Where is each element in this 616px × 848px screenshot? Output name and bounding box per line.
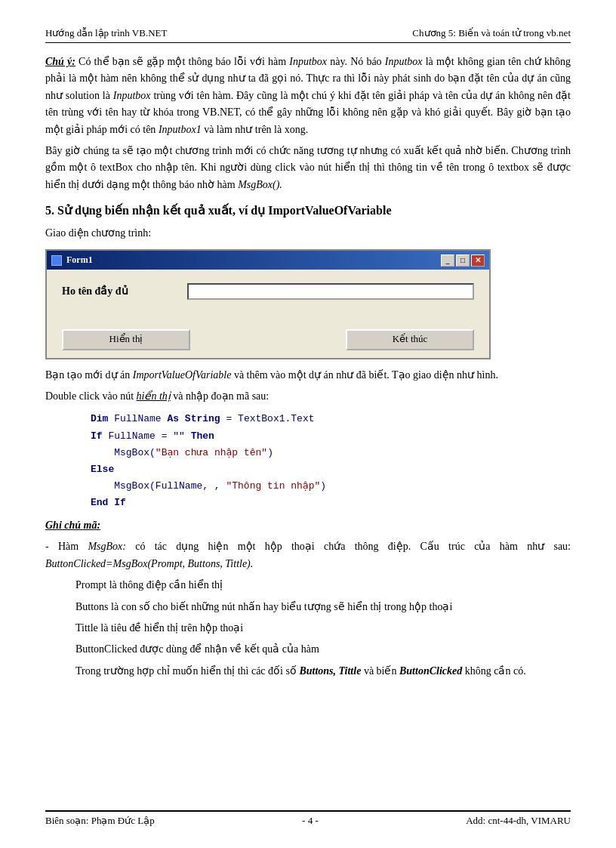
header-right: Chương 5: Biến và toán tử trong vb.net [412, 27, 571, 39]
note-text5: và làm như trên là xong. [202, 124, 309, 135]
msgbox-func: MsgBox(). [238, 179, 282, 190]
code-line6: End If [91, 495, 571, 511]
maximize-button[interactable]: □ [456, 254, 470, 267]
gc-italic1: ButtonClicked=MsgBox(Prompt, Buttons, Ti… [45, 558, 253, 569]
footer-right: Add: cnt-44-dh, VIMARU [466, 815, 571, 827]
buttonclicked-line: ButtonClicked được dùng để nhận về kết q… [75, 641, 571, 658]
dc-italic: hiển thị [137, 390, 171, 402]
section-title: 5. Sử dụng biến nhận kết quả xuất, ví dụ… [45, 201, 571, 220]
form-controls: _ □ ✕ [441, 254, 485, 267]
form-titlebar: Form1 _ □ ✕ [47, 251, 489, 270]
para2-paragraph: Bây giờ chúng ta sẽ tạo một chương trình… [45, 143, 571, 193]
form-buttons: Hiển thị Kết thúc [47, 326, 489, 358]
para3-text2: và thêm vào một dự án như đã biết. Tạo g… [231, 369, 498, 381]
para3-text1: Bạn tạo mới dự án [45, 369, 133, 381]
gc-text1b: có tác dụng hiện một hộp thoại chứa thôn… [126, 541, 571, 552]
header-left: Hướng dẫn lập trình VB.NET [45, 27, 167, 39]
tth-text3: không cần có. [462, 665, 525, 677]
page-footer: Biên soạn: Phạm Đức Lập - 4 - Add: cnt-4… [45, 810, 571, 827]
code-line1: Dim FullName As String = TextBox1.Text [91, 411, 571, 427]
page-header: Hướng dẫn lập trình VB.NET Chương 5: Biế… [45, 27, 571, 43]
note-text2: này. Nó báo [327, 56, 385, 67]
double-click-instruction: Double click vào nút hiển thị và nhập đo… [45, 388, 571, 405]
hien-thi-button[interactable]: Hiển thị [62, 329, 190, 350]
note-label: Chú ý: [45, 56, 75, 67]
note-text1: Có thể bạn sẽ gặp một thông báo lỗi với … [75, 56, 289, 67]
trong-truong-hop-line: Trong trường hợp chỉ muốn hiển thị thì c… [75, 663, 571, 680]
form-window: Form1 _ □ ✕ Ho tên đầy đủ Hiển thị Kết t… [45, 249, 491, 359]
para3-italic: ImportValueOfVariable [133, 369, 232, 381]
note-inputbox2: Inputbox [385, 56, 423, 67]
body-content: Chú ý: Có thể bạn sẽ gặp một thông báo l… [45, 54, 571, 680]
tth-italic2: ButtonClicked [399, 665, 462, 677]
dc-text1: Double click vào nút [45, 390, 137, 402]
giao-dien-label: Giao diện chương trình: [45, 225, 571, 242]
code-block: Dim FullName As String = TextBox1.Text I… [91, 411, 571, 511]
buttons-line: Buttons là con số cho biết những nút nhấ… [75, 599, 571, 615]
code-line4: Else [91, 461, 571, 478]
gc-text1a: - Hàm [45, 541, 88, 552]
note-paragraph: Chú ý: Có thể bạn sẽ gặp một thông báo l… [45, 54, 571, 138]
tth-text2: và biến [361, 665, 399, 677]
close-button[interactable]: ✕ [471, 254, 485, 267]
ghi-chu-para: - Hàm MsgBox: có tác dụng hiện một hộp t… [45, 538, 571, 572]
note-inputbox3: Inputbox [113, 90, 151, 101]
code-line3: MsgBox("Bạn chưa nhập tên") [91, 445, 571, 461]
note-inputbox1: Inputbox [289, 56, 327, 67]
note-inputbox4: Inputbox1 [159, 124, 202, 135]
dc-text2: và nhập đoạn mã sau: [171, 390, 269, 402]
tth-text1: Trong trường hợp chỉ muốn hiển thị thì c… [75, 665, 299, 677]
form-icon [51, 255, 62, 266]
ket-thuc-button[interactable]: Kết thúc [346, 329, 474, 350]
minimize-button[interactable]: _ [441, 254, 454, 267]
ghi-chu-label: Ghi chú mã: [45, 517, 571, 534]
form-field-label: Ho tên đầy đủ [62, 283, 175, 300]
tittle-line: Tittle là tiêu đề hiển thị trên hộp thoạ… [75, 620, 571, 637]
footer-center: - 4 - [302, 815, 319, 827]
para3: Bạn tạo mới dự án ImportValueOfVariable … [45, 367, 571, 384]
form-body: Ho tên đầy đủ [47, 270, 489, 325]
footer-left: Biên soạn: Phạm Đức Lập [45, 815, 155, 827]
prompt-line: Prompt là thông điệp cần hiển thị [75, 577, 571, 594]
code-line5: MsgBox(FullName, , "Thông tin nhập") [91, 478, 571, 495]
code-line2: If FullName = "" Then [91, 428, 571, 445]
tth-italic1: Buttons, Tittle [299, 665, 361, 677]
form-textbox[interactable] [187, 283, 474, 300]
form-title: Form1 [66, 253, 93, 267]
titlebar-left: Form1 [51, 253, 93, 267]
page: Hướng dẫn lập trình VB.NET Chương 5: Biế… [0, 0, 616, 848]
gc-msgbox: MsgBox: [88, 541, 126, 552]
para2-text: Bây giờ chúng ta sẽ tạo một chương trình… [45, 145, 571, 190]
form-row: Ho tên đầy đủ [62, 283, 474, 300]
